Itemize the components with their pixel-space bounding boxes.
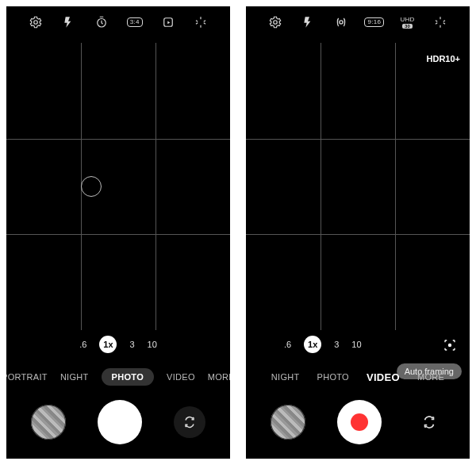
mode-portrait[interactable]: PORTRAIT xyxy=(6,372,48,382)
gear-icon[interactable] xyxy=(267,13,284,31)
zoom-option[interactable]: 3 xyxy=(129,340,134,349)
fps-label: 30 xyxy=(402,24,413,29)
switch-camera-button[interactable] xyxy=(174,406,205,438)
grid-line xyxy=(246,139,470,140)
flash-icon[interactable] xyxy=(60,13,77,31)
aspect-ratio-label: 9:16 xyxy=(364,17,384,27)
filters-icon[interactable] xyxy=(192,13,209,31)
mode-photo[interactable]: PHOTO xyxy=(102,368,154,386)
zoom-option[interactable]: .6 xyxy=(79,340,86,349)
grid-line xyxy=(246,234,470,235)
zoom-option[interactable]: 10 xyxy=(351,340,361,349)
flash-icon[interactable] xyxy=(299,13,317,31)
grid-line xyxy=(395,43,396,330)
resolution-label: UHD xyxy=(400,17,414,23)
record-button[interactable] xyxy=(337,400,382,444)
camera-screen-video: 9:16 UHD 30 HDR10+ .6 1x 3 10 Auto frami… xyxy=(246,6,470,459)
top-toolbar: 3:4 xyxy=(6,6,230,38)
super-steady-icon[interactable] xyxy=(332,13,350,31)
svg-point-0 xyxy=(33,21,37,25)
mode-video[interactable]: VIDEO xyxy=(167,372,195,382)
switch-camera-button[interactable] xyxy=(413,406,445,438)
grid-line xyxy=(6,139,230,140)
svg-point-5 xyxy=(449,344,451,347)
mode-night[interactable]: NIGHT xyxy=(271,372,300,382)
camera-screen-photo: 3:4 .6 1x 3 10 PORTRAIT NIGHT PHOTO VIDE… xyxy=(6,6,230,459)
grid-line xyxy=(155,43,156,330)
motion-photo-icon[interactable] xyxy=(159,13,177,31)
zoom-option[interactable]: 3 xyxy=(334,340,339,349)
shutter-row xyxy=(246,397,470,448)
gear-icon[interactable] xyxy=(27,13,44,31)
gallery-thumbnail[interactable] xyxy=(31,405,66,440)
timer-icon[interactable] xyxy=(93,13,110,31)
grid-line xyxy=(321,43,321,330)
filters-icon[interactable] xyxy=(432,13,449,31)
record-dot-icon xyxy=(351,413,368,431)
viewfinder[interactable] xyxy=(6,43,230,330)
mode-selector[interactable]: NIGHT PHOTO VIDEO MORE xyxy=(246,363,470,390)
gallery-thumbnail[interactable] xyxy=(271,405,305,440)
zoom-option-active[interactable]: 1x xyxy=(99,336,117,353)
zoom-option[interactable]: .6 xyxy=(284,340,291,349)
zoom-selector[interactable]: .6 1x 3 10 xyxy=(6,333,230,355)
aspect-ratio-toggle[interactable]: 9:16 xyxy=(366,13,383,31)
grid-line xyxy=(6,234,230,235)
top-toolbar: 9:16 UHD 30 xyxy=(246,6,470,38)
mode-more[interactable]: MORE xyxy=(208,372,230,382)
zoom-option-active[interactable]: 1x xyxy=(304,336,321,353)
aspect-ratio-label: 3:4 xyxy=(127,17,143,27)
mode-selector[interactable]: PORTRAIT NIGHT PHOTO VIDEO MORE xyxy=(6,363,230,390)
zoom-selector[interactable]: .6 1x 3 10 xyxy=(246,333,470,355)
zoom-option[interactable]: 10 xyxy=(148,340,157,349)
shutter-button[interactable] xyxy=(98,400,142,444)
mode-photo[interactable]: PHOTO xyxy=(317,372,349,382)
auto-framing-icon[interactable] xyxy=(441,336,459,354)
aspect-ratio-toggle[interactable]: 3:4 xyxy=(126,13,144,31)
shutter-row xyxy=(6,397,230,448)
mode-night[interactable]: NIGHT xyxy=(60,372,89,382)
mode-more[interactable]: MORE xyxy=(417,372,444,382)
svg-point-3 xyxy=(273,21,277,25)
mode-video[interactable]: VIDEO xyxy=(367,371,400,383)
viewfinder[interactable] xyxy=(246,43,470,330)
focus-ring[interactable] xyxy=(81,176,102,197)
resolution-toggle[interactable]: UHD 30 xyxy=(399,13,416,31)
svg-point-4 xyxy=(340,21,343,24)
